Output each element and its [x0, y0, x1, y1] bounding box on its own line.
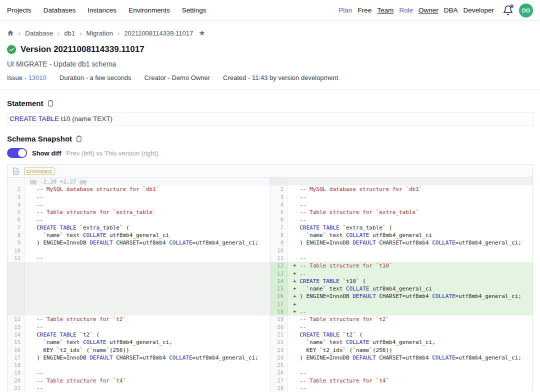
line-prefix — [293, 186, 300, 192]
code-token: =utf8mb4_general_ci; — [456, 240, 522, 246]
breadcrumb-separator: › — [18, 30, 20, 37]
schema-snapshot-heading-label: Schema Snapshot — [7, 134, 72, 143]
nav-item-databases[interactable]: Databases — [44, 6, 76, 14]
star-icon[interactable]: ★ — [198, 28, 205, 38]
diff-line-left: 20 -- Table structure for `t4` — [8, 377, 270, 384]
line-number: 7 — [270, 224, 288, 232]
code-token: -- — [300, 308, 306, 315]
copy-snapshot-icon[interactable] — [76, 135, 82, 142]
breadcrumb-item-database[interactable]: Database — [25, 30, 53, 37]
line-prefix — [30, 378, 36, 384]
line-code: -- Table structure for `extra_table` — [24, 208, 270, 216]
line-code — [24, 292, 270, 300]
code-token: `t2` ( — [340, 332, 362, 338]
line-code: @@ -2,20 +2,27 @@ — [24, 178, 270, 186]
line-prefix — [30, 202, 36, 208]
toggle-knob — [18, 149, 26, 157]
diff-line-right: 24 ) ENGINE=InnoDB DEFAULT CHARSET=utf8m… — [270, 354, 532, 362]
code-token: -- MySQL database structure for `db1` — [36, 186, 159, 192]
line-prefix — [293, 378, 300, 384]
line-prefix: + — [293, 262, 300, 269]
diff-line-right: 22 `name` text COLLATE utf8mb4_general_c… — [270, 338, 532, 346]
diff-pane-right: 2 -- MySQL database structure for `db1`3… — [270, 178, 532, 392]
diff-line-left: 14 CREATE TABLE `t2` ( — [8, 331, 270, 338]
show-diff-toggle[interactable] — [7, 148, 27, 158]
line-number: 17 — [270, 300, 288, 308]
line-number — [8, 292, 24, 300]
diff-line-left — [8, 262, 270, 270]
code-token: `name` text — [36, 339, 83, 346]
home-icon[interactable] — [7, 30, 14, 36]
code-token: -- — [300, 370, 306, 376]
breadcrumb-item-db1[interactable]: db1 — [64, 30, 75, 37]
line-number: 18 — [270, 308, 288, 316]
line-code: -- — [288, 201, 532, 208]
notification-dot — [510, 4, 514, 8]
avatar[interactable]: DO — [519, 4, 533, 18]
diff-line-left: 15 `name` text COLLATE utf8mb4_general_c… — [8, 338, 270, 346]
line-number: 19 — [8, 369, 24, 376]
line-code: + -- — [288, 308, 532, 316]
line-prefix — [30, 194, 36, 200]
line-number: 21 — [8, 384, 24, 392]
nav-right-plan: Plan — [338, 6, 352, 14]
diff-line-right: 10 — [270, 247, 532, 254]
nav-right-team[interactable]: Team — [377, 6, 394, 14]
nav-item-settings[interactable]: Settings — [182, 6, 206, 14]
line-number: 20 — [8, 377, 24, 384]
nav-item-environments[interactable]: Environments — [128, 6, 170, 14]
diff-line-right: 27 -- Table structure for `t4` — [270, 377, 532, 384]
diff-line-right: 5 -- Table structure for `extra_table` — [270, 208, 532, 216]
line-number: 7 — [8, 224, 24, 232]
line-prefix — [30, 255, 36, 262]
diff-line-left: 4 -- — [8, 201, 270, 208]
line-prefix: + — [293, 293, 300, 300]
line-code — [24, 270, 270, 278]
line-number: 15 — [270, 285, 288, 292]
nav-item-projects[interactable]: Projects — [7, 6, 32, 14]
line-number: 3 — [8, 194, 24, 201]
line-code: + `name` text COLLATE utf8mb4_general_ci — [288, 285, 532, 292]
line-code: -- — [288, 216, 532, 224]
diff-line-right — [270, 178, 532, 186]
code-token: -- — [36, 324, 43, 330]
line-prefix — [293, 216, 300, 223]
line-code: CREATE TABLE `extra_table` ( — [24, 224, 270, 232]
issue-link[interactable]: 13010 — [28, 74, 46, 82]
nav-right-owner[interactable]: Owner — [418, 6, 438, 14]
notification-bell-button[interactable] — [502, 5, 514, 16]
line-prefix — [293, 194, 300, 200]
sql-token: CREATE TABLE — [10, 115, 59, 122]
line-code — [24, 300, 270, 308]
line-number: 28 — [270, 384, 288, 392]
line-prefix — [30, 216, 36, 223]
diff-line-left — [8, 270, 270, 278]
code-token: -- — [300, 270, 306, 277]
line-code: `name` text COLLATE utf8mb4_general_ci, — [24, 338, 270, 346]
line-number — [8, 270, 24, 278]
diff-line-left: 16 KEY `t2_idx` (`name`(256)) — [8, 346, 270, 354]
top-navigation: ProjectsDatabasesInstancesEnvironmentsSe… — [0, 0, 540, 21]
code-token: COLLATE — [83, 339, 106, 346]
code-token: -- — [300, 194, 306, 200]
line-code: -- — [24, 201, 270, 208]
line-code: -- Table structure for `t2` — [288, 316, 532, 323]
copy-statement-icon[interactable] — [47, 100, 54, 107]
breadcrumb-item-migration[interactable]: Migration — [86, 30, 112, 37]
diff-line-right: 23 KEY `t2_idx` (`name`(256)) — [270, 346, 532, 354]
line-code: -- — [288, 369, 532, 376]
breadcrumb-item-20211008114339.11017[interactable]: 20211008114339.11017 — [124, 30, 193, 37]
diff-line-left: 19 -- — [8, 369, 270, 376]
line-number — [8, 178, 24, 186]
code-token: COLLATE — [432, 240, 455, 246]
line-number — [270, 178, 288, 186]
nav-item-instances[interactable]: Instances — [88, 6, 116, 14]
breadcrumb-separator: › — [80, 30, 82, 37]
code-token: -- — [300, 255, 306, 262]
diff-line-right: 13+ -- — [270, 270, 532, 278]
line-number: 12 — [270, 262, 288, 270]
line-number: 22 — [270, 338, 288, 346]
line-prefix — [30, 209, 36, 216]
line-prefix — [293, 332, 300, 338]
code-token: utf8mb4_general_ci — [369, 232, 432, 238]
